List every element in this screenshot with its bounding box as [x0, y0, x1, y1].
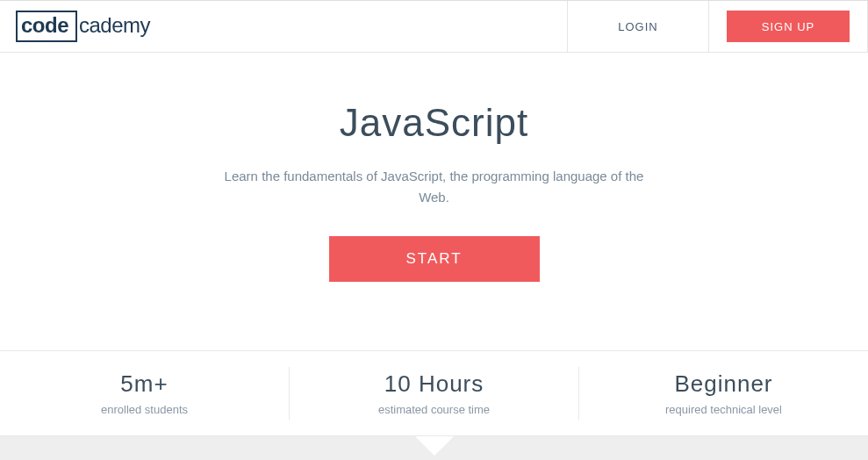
- stats-bar: 5m+ enrolled students 10 Hours estimated…: [0, 350, 868, 436]
- stat-value: 10 Hours: [290, 370, 578, 398]
- stat-value: 5m+: [0, 370, 289, 398]
- header-bar: codecademy LOGIN SIGN UP: [0, 0, 868, 53]
- nav-buttons: LOGIN SIGN UP: [567, 1, 868, 52]
- stat-label: enrolled students: [0, 403, 289, 416]
- logo-bracket-icon: [70, 11, 77, 42]
- stat-label: estimated course time: [290, 403, 578, 416]
- stat-level: Beginner required technical level: [579, 370, 868, 416]
- page-title: JavaScript: [0, 101, 868, 145]
- stat-enrolled: 5m+ enrolled students: [0, 370, 289, 416]
- hero-section: JavaScript Learn the fundamentals of Jav…: [0, 53, 868, 282]
- signup-button[interactable]: SIGN UP: [727, 11, 850, 42]
- logo-cademy-text: cademy: [79, 13, 150, 38]
- signup-container: SIGN UP: [709, 1, 867, 52]
- stat-value: Beginner: [579, 370, 868, 398]
- login-button[interactable]: LOGIN: [568, 1, 708, 52]
- stat-label: required technical level: [579, 403, 868, 416]
- page-description: Learn the fundamentals of JavaScript, th…: [215, 166, 654, 208]
- logo[interactable]: codecademy: [16, 11, 150, 42]
- logo-code-text: code: [16, 11, 70, 42]
- start-button[interactable]: START: [329, 236, 540, 282]
- logo-area: codecademy: [0, 11, 567, 42]
- stat-time: 10 Hours estimated course time: [290, 370, 578, 416]
- notch-icon: [415, 436, 454, 456]
- footer-section: [0, 436, 868, 460]
